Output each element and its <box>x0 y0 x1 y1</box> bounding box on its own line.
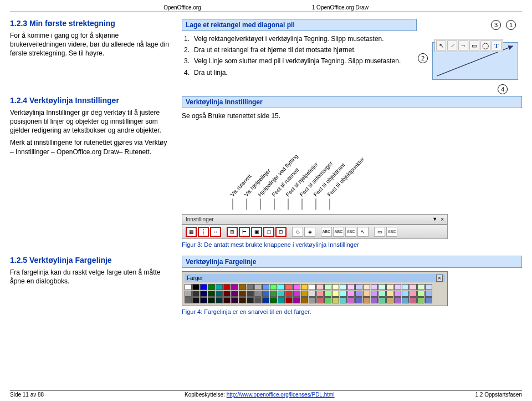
ellipse-tool-icon[interactable]: ◯ <box>480 40 490 50</box>
color-swatch[interactable] <box>200 291 207 297</box>
snap-objpoints-icon[interactable]: ⊡ <box>275 227 287 237</box>
color-swatch[interactable] <box>285 291 293 297</box>
color-swatch[interactable] <box>332 291 339 297</box>
misc-btn-1[interactable]: ◇ <box>292 227 303 237</box>
rectangle-tool-icon[interactable]: ▭ <box>469 40 479 50</box>
snap-margins-icon[interactable]: ▣ <box>251 227 262 237</box>
color-swatch[interactable] <box>386 291 393 297</box>
color-swatch[interactable] <box>386 297 393 303</box>
color-swatch[interactable] <box>425 291 432 297</box>
toolbar-close-icon[interactable]: × <box>441 216 444 222</box>
color-swatch[interactable] <box>324 291 331 297</box>
color-swatch[interactable] <box>185 297 192 303</box>
color-swatch[interactable] <box>254 284 262 290</box>
pointer-tool-icon[interactable]: ↖ <box>436 40 446 50</box>
color-swatch[interactable] <box>200 284 207 290</box>
color-swatch[interactable] <box>301 284 308 290</box>
color-swatch[interactable] <box>192 284 200 290</box>
color-swatch[interactable] <box>223 284 231 290</box>
color-swatch[interactable] <box>301 291 308 297</box>
color-swatch[interactable] <box>262 297 269 303</box>
color-swatch[interactable] <box>347 291 355 297</box>
color-swatch[interactable] <box>340 297 347 303</box>
color-swatch[interactable] <box>293 291 300 297</box>
color-swatch[interactable] <box>324 284 331 290</box>
text-tool-icon[interactable]: T <box>492 40 502 50</box>
color-swatch[interactable] <box>394 291 401 297</box>
color-swatch[interactable] <box>347 297 355 303</box>
color-swatch[interactable] <box>247 284 254 290</box>
color-swatch[interactable] <box>247 291 254 297</box>
color-swatch[interactable] <box>394 297 401 303</box>
color-swatch[interactable] <box>208 297 215 303</box>
color-swatch[interactable] <box>293 284 300 290</box>
color-swatch[interactable] <box>402 297 409 303</box>
color-swatch[interactable] <box>278 297 285 303</box>
color-swatch[interactable] <box>363 284 370 290</box>
abc-btn-2[interactable]: ABC <box>333 227 344 237</box>
color-swatch[interactable] <box>417 291 424 297</box>
color-swatch[interactable] <box>231 297 238 303</box>
color-swatch[interactable] <box>216 291 223 297</box>
footer-link[interactable]: http://www.openoffice.org/licenses/PDL.h… <box>227 392 335 398</box>
pointer-btn[interactable]: ↖ <box>357 227 369 237</box>
grid-show-icon[interactable]: ▦ <box>186 227 197 237</box>
color-swatch[interactable] <box>185 291 192 297</box>
color-swatch[interactable] <box>316 291 324 297</box>
color-swatch[interactable] <box>231 284 238 290</box>
toolbar-dropdown-icon[interactable]: ▼ <box>432 216 437 222</box>
color-swatch[interactable] <box>410 284 417 290</box>
abc-btn-4[interactable]: ABC <box>386 227 397 237</box>
color-swatch[interactable] <box>285 284 293 290</box>
color-swatch[interactable] <box>270 284 277 290</box>
color-swatch[interactable] <box>340 291 347 297</box>
snap-objedge-icon[interactable]: ▢ <box>263 227 274 237</box>
color-swatch[interactable] <box>386 284 393 290</box>
color-swatch[interactable] <box>417 284 424 290</box>
color-swatch[interactable] <box>347 284 355 290</box>
color-swatch[interactable] <box>425 284 432 290</box>
color-swatch[interactable] <box>402 291 409 297</box>
color-swatch[interactable] <box>278 284 285 290</box>
color-swatch[interactable] <box>200 297 207 303</box>
color-swatch[interactable] <box>301 297 308 303</box>
color-swatch[interactable] <box>216 297 223 303</box>
color-swatch[interactable] <box>363 297 370 303</box>
color-swatch[interactable] <box>223 291 231 297</box>
color-swatch[interactable] <box>192 297 200 303</box>
color-swatch[interactable] <box>402 284 409 290</box>
color-swatch[interactable] <box>355 291 362 297</box>
color-swatch[interactable] <box>216 284 223 290</box>
color-swatch[interactable] <box>316 297 324 303</box>
color-swatch[interactable] <box>309 284 316 290</box>
color-swatch[interactable] <box>378 291 386 297</box>
color-swatch[interactable] <box>340 284 347 290</box>
color-swatch[interactable] <box>355 284 362 290</box>
color-swatch[interactable] <box>239 291 246 297</box>
arrow-tool-icon[interactable]: → <box>458 40 468 50</box>
color-swatch[interactable] <box>247 297 254 303</box>
color-panel-close-icon[interactable]: × <box>436 275 443 282</box>
color-swatch[interactable] <box>223 297 231 303</box>
color-swatch[interactable] <box>262 291 269 297</box>
snap-grid-icon[interactable]: ⊞ <box>227 227 238 237</box>
color-swatch[interactable] <box>270 291 277 297</box>
guides-show-icon[interactable]: ┊ <box>198 227 209 237</box>
color-swatch[interactable] <box>410 291 417 297</box>
color-swatch[interactable] <box>363 291 370 297</box>
color-swatch[interactable] <box>278 291 285 297</box>
color-swatch[interactable] <box>371 297 378 303</box>
color-swatch[interactable] <box>378 284 386 290</box>
color-swatch[interactable] <box>309 291 316 297</box>
color-swatch[interactable] <box>425 297 432 303</box>
color-swatch[interactable] <box>285 297 293 303</box>
color-swatch[interactable] <box>378 297 386 303</box>
color-swatch[interactable] <box>208 284 215 290</box>
color-swatch[interactable] <box>309 297 316 303</box>
color-swatch[interactable] <box>231 291 238 297</box>
color-swatch[interactable] <box>332 297 339 303</box>
color-swatch[interactable] <box>254 291 262 297</box>
color-swatch[interactable] <box>293 297 300 303</box>
color-swatch[interactable] <box>262 284 269 290</box>
color-swatch[interactable] <box>316 284 324 290</box>
